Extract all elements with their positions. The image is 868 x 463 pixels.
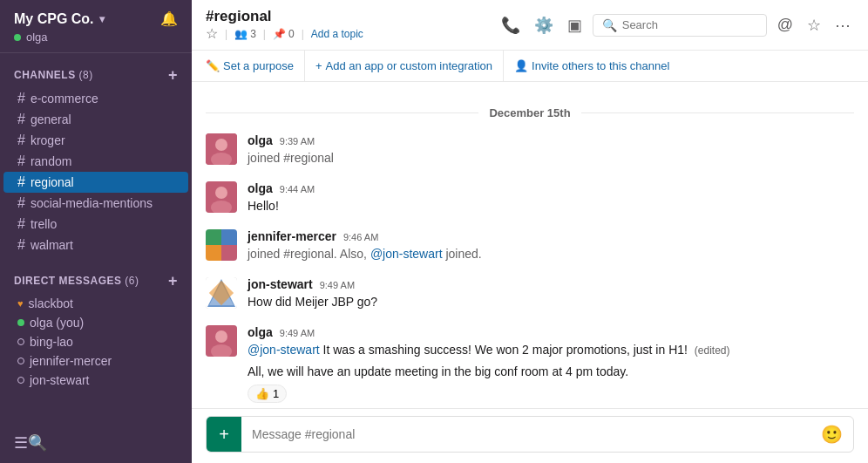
channels-list: # e-commerce # general # kroger # random… [0,88,192,255]
message-header: olga 9:49 AM [248,325,854,339]
emoji-button[interactable]: 🙂 [810,424,853,445]
message-group: olga 9:39 AM joined #regional [206,133,854,167]
header-actions: 📞 ⚙️ ▣ 🔍 @ ☆ ⋯ [498,12,854,38]
channel-title-area: #regional ☆ | 👥 3 | 📌 0 | Add a topic [206,8,498,42]
channels-section-header: CHANNELS (8) + [0,67,192,88]
avatar [206,133,237,165]
message-content: olga 9:49 AM @jon-stewart It was a smash… [248,325,854,403]
channels-section: CHANNELS (8) + # e-commerce # general # … [0,53,192,259]
dm-list: ♥ slackbot olga (you) bing-lao jennifer-… [0,294,192,390]
bell-icon[interactable]: 🔔 [160,10,178,27]
set-purpose-button[interactable]: ✏️ Set a purpose [206,51,305,81]
star-icon[interactable]: ☆ [206,25,218,42]
sidebar-item-trello[interactable]: # trello [3,214,188,235]
offline-dot [17,357,24,364]
add-dm-button[interactable]: + [168,273,178,289]
at-icon[interactable]: @ [774,12,797,37]
hash-icon: # [17,133,25,148]
sidebar-item-kroger[interactable]: # kroger [3,130,188,151]
svg-point-4 [215,187,227,199]
sidebar-item-random[interactable]: # random [3,151,188,172]
panel-icon[interactable]: ▣ [564,12,586,38]
sidebar-item-general[interactable]: # general [3,109,188,130]
add-integration-button[interactable]: + Add an app or custom integration [305,51,504,81]
members-count: 👥 3 [234,28,256,40]
message-input-box: + 🙂 [206,416,854,453]
reaction[interactable]: 👍 1 [248,381,854,403]
channel-name-row: #regional [206,8,498,25]
sidebar-item-slackbot[interactable]: ♥ slackbot [3,294,188,313]
mention[interactable]: @jon-stewart [370,247,443,261]
message-content: jon-stewart 9:49 AM How did Meijer JBP g… [248,277,854,311]
sidebar-item-jon-stewart[interactable]: jon-stewart [3,371,188,390]
message-content: olga 9:44 AM Hello! [248,181,854,215]
sidebar-item-jennifer-mercer[interactable]: jennifer-mercer [3,351,188,371]
message-input[interactable] [241,419,810,450]
sidebar-item-walmart[interactable]: # walmart [3,235,188,255]
workspace-name[interactable]: My CPG Co. ▾ [14,11,105,27]
phone-icon[interactable]: 📞 [498,12,524,38]
invite-button[interactable]: 👤 Invite others to this channel [504,51,680,81]
message-text: joined #regional. Also, @jon-stewart joi… [248,245,854,263]
thumbs-up-reaction[interactable]: 👍 1 [248,385,287,403]
message-header: olga 9:39 AM [248,133,854,147]
message-author: olga [248,181,273,195]
sidebar-item-regional[interactable]: # regional [3,172,188,193]
pins-count: 📌 0 [273,28,295,40]
channels-label: CHANNELS (8) [14,69,93,81]
add-topic-link[interactable]: Add a topic [311,28,363,40]
message-text: joined #regional [248,149,854,167]
message-author: jon-stewart [248,277,313,291]
avatar [206,277,237,309]
message-text: Hello! [248,197,854,215]
svg-point-16 [215,330,227,343]
hash-icon: # [17,153,25,169]
message-group: jennifer-mercer 9:46 AM joined #regional… [206,229,854,263]
hash-icon: # [17,195,25,211]
dm-section: DIRECT MESSAGES (6) + ♥ slackbot olga (y… [0,259,192,393]
message-content: jennifer-mercer 9:46 AM joined #regional… [248,229,854,263]
sidebar: My CPG Co. ▾ 🔔 olga CHANNELS (8) + # e-c… [0,0,192,463]
search-input[interactable] [622,18,757,31]
person-icon: 👤 [514,59,528,72]
add-channel-button[interactable]: + [168,67,178,83]
hash-icon: # [17,216,25,232]
svg-rect-7 [206,229,221,245]
message-text: @jon-stewart It was a smashing success! … [248,341,854,359]
hash-icon: # [17,174,25,190]
message-text: How did Meijer JBP go? [248,293,854,311]
svg-rect-8 [221,229,237,245]
message-input-area: + 🙂 [192,408,868,463]
message-author: olga [248,133,273,147]
avatar [206,325,237,357]
search-box[interactable]: 🔍 [593,14,767,37]
sidebar-item-e-commerce[interactable]: # e-commerce [3,88,188,109]
filter-icon[interactable]: ☰🔍 [14,434,47,452]
star-header-icon[interactable]: ☆ [804,12,824,38]
dm-label: DIRECT MESSAGES (6) [14,275,139,287]
date-divider: December 15th [206,106,854,119]
hash-icon: # [17,91,25,106]
message-group: jon-stewart 9:49 AM How did Meijer JBP g… [206,277,854,311]
svg-rect-10 [221,245,237,261]
channel-meta: ☆ | 👥 3 | 📌 0 | Add a topic [206,25,498,42]
hash-icon: # [17,112,25,127]
sidebar-item-olga[interactable]: olga (you) [3,313,188,332]
avatar [206,229,237,261]
message-text-line2: All, we will have an update meeting in t… [248,363,854,381]
add-attachment-button[interactable]: + [207,417,241,452]
pencil-icon: ✏️ [206,59,220,72]
sidebar-item-bing-lao[interactable]: bing-lao [3,332,188,351]
avatar [206,181,237,213]
more-icon[interactable]: ⋯ [831,12,854,38]
message-time: 9:49 AM [320,280,355,290]
messages-area: December 15th olga 9:39 AM [192,82,868,408]
mention[interactable]: @jon-stewart [248,343,320,357]
svg-point-1 [215,139,227,151]
message-time: 9:46 AM [343,232,378,242]
message-group: olga 9:44 AM Hello! [206,181,854,215]
edited-label: (edited) [695,344,730,357]
gear-icon[interactable]: ⚙️ [531,12,557,38]
sidebar-item-social-media-mentions[interactable]: # social-media-mentions [3,193,188,214]
heart-icon: ♥ [17,298,24,309]
